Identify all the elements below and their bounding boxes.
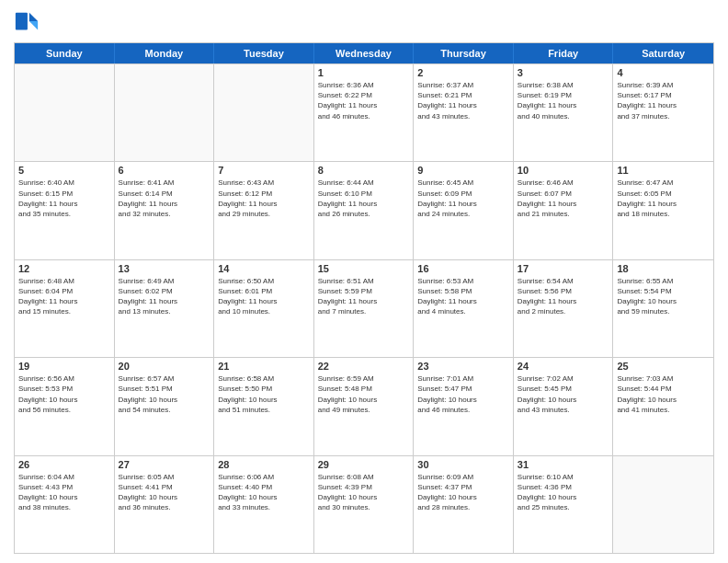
day-number: 20 (119, 361, 210, 372)
day-info: Sunrise: 6:36 AM Sunset: 6:22 PM Dayligh… (318, 80, 410, 121)
day-info: Sunrise: 6:46 AM Sunset: 6:07 PM Dayligh… (518, 178, 609, 219)
day-number: 12 (18, 263, 110, 274)
calendar-day-14: 14Sunrise: 6:50 AM Sunset: 6:01 PM Dayli… (214, 260, 314, 357)
weekday-header-wednesday: Wednesday (314, 43, 415, 63)
day-info: Sunrise: 7:02 AM Sunset: 5:45 PM Dayligh… (518, 373, 609, 415)
day-info: Sunrise: 7:03 AM Sunset: 5:44 PM Dayligh… (617, 373, 710, 415)
calendar-day-10: 10Sunrise: 6:46 AM Sunset: 6:07 PM Dayli… (514, 162, 614, 259)
svg-marker-0 (29, 13, 38, 21)
day-number: 22 (318, 361, 410, 372)
day-number: 27 (119, 459, 210, 470)
day-info: Sunrise: 6:50 AM Sunset: 6:01 PM Dayligh… (218, 276, 310, 317)
day-number: 19 (18, 361, 110, 372)
calendar-day-empty (115, 64, 215, 161)
calendar-day-empty (214, 64, 314, 161)
day-info: Sunrise: 6:44 AM Sunset: 6:10 PM Dayligh… (318, 178, 410, 219)
weekday-header-saturday: Saturday (613, 43, 713, 63)
day-info: Sunrise: 6:43 AM Sunset: 6:12 PM Dayligh… (218, 178, 310, 219)
day-number: 15 (318, 263, 410, 274)
weekday-header-tuesday: Tuesday (214, 43, 314, 63)
svg-rect-2 (16, 13, 28, 30)
day-number: 10 (518, 165, 609, 176)
calendar-day-1: 1Sunrise: 6:36 AM Sunset: 6:22 PM Daylig… (314, 64, 415, 161)
day-info: Sunrise: 6:56 AM Sunset: 5:53 PM Dayligh… (18, 373, 110, 415)
logo-icon (14, 9, 40, 35)
day-info: Sunrise: 7:01 AM Sunset: 5:47 PM Dayligh… (417, 373, 509, 415)
weekday-header-sunday: Sunday (15, 43, 115, 63)
day-info: Sunrise: 6:51 AM Sunset: 5:59 PM Dayligh… (318, 276, 410, 317)
day-number: 25 (617, 361, 710, 372)
day-number: 18 (617, 263, 710, 274)
day-info: Sunrise: 6:59 AM Sunset: 5:48 PM Dayligh… (318, 373, 410, 415)
day-number: 14 (218, 263, 310, 274)
day-number: 6 (119, 165, 210, 176)
calendar-week-3: 12Sunrise: 6:48 AM Sunset: 6:04 PM Dayli… (15, 259, 713, 357)
day-info: Sunrise: 6:45 AM Sunset: 6:09 PM Dayligh… (417, 178, 509, 219)
day-number: 29 (318, 459, 410, 470)
calendar-body: 1Sunrise: 6:36 AM Sunset: 6:22 PM Daylig… (15, 63, 713, 553)
calendar-week-2: 5Sunrise: 6:40 AM Sunset: 6:15 PM Daylig… (15, 161, 713, 259)
calendar-day-empty (15, 64, 115, 161)
calendar-day-9: 9Sunrise: 6:45 AM Sunset: 6:09 PM Daylig… (414, 162, 514, 259)
calendar-week-5: 26Sunrise: 6:04 AM Sunset: 4:43 PM Dayli… (15, 455, 713, 553)
day-info: Sunrise: 6:57 AM Sunset: 5:51 PM Dayligh… (119, 373, 210, 415)
day-number: 28 (218, 459, 310, 470)
day-info: Sunrise: 6:08 AM Sunset: 4:39 PM Dayligh… (318, 472, 410, 513)
day-number: 9 (417, 165, 509, 176)
day-number: 3 (518, 67, 609, 78)
day-number: 2 (417, 67, 509, 78)
calendar-day-12: 12Sunrise: 6:48 AM Sunset: 6:04 PM Dayli… (15, 260, 115, 357)
calendar-week-4: 19Sunrise: 6:56 AM Sunset: 5:53 PM Dayli… (15, 357, 713, 454)
calendar-day-8: 8Sunrise: 6:44 AM Sunset: 6:10 PM Daylig… (314, 162, 415, 259)
day-info: Sunrise: 6:37 AM Sunset: 6:21 PM Dayligh… (417, 80, 509, 121)
calendar-day-18: 18Sunrise: 6:55 AM Sunset: 5:54 PM Dayli… (613, 260, 713, 357)
day-info: Sunrise: 6:41 AM Sunset: 6:14 PM Dayligh… (119, 178, 210, 219)
calendar-day-7: 7Sunrise: 6:43 AM Sunset: 6:12 PM Daylig… (214, 162, 314, 259)
day-number: 23 (417, 361, 509, 372)
day-info: Sunrise: 6:38 AM Sunset: 6:19 PM Dayligh… (518, 80, 609, 121)
calendar-day-16: 16Sunrise: 6:53 AM Sunset: 5:58 PM Dayli… (414, 260, 514, 357)
calendar-day-22: 22Sunrise: 6:59 AM Sunset: 5:48 PM Dayli… (314, 358, 415, 454)
day-number: 8 (318, 165, 410, 176)
logo (14, 9, 43, 35)
day-number: 21 (218, 361, 310, 372)
calendar-day-30: 30Sunrise: 6:09 AM Sunset: 4:37 PM Dayli… (414, 456, 514, 553)
day-info: Sunrise: 6:06 AM Sunset: 4:40 PM Dayligh… (218, 472, 310, 513)
day-info: Sunrise: 6:47 AM Sunset: 6:05 PM Dayligh… (617, 178, 710, 219)
calendar-day-31: 31Sunrise: 6:10 AM Sunset: 4:36 PM Dayli… (514, 456, 614, 553)
calendar-day-20: 20Sunrise: 6:57 AM Sunset: 5:51 PM Dayli… (115, 358, 215, 454)
calendar-day-24: 24Sunrise: 7:02 AM Sunset: 5:45 PM Dayli… (514, 358, 614, 454)
day-number: 4 (617, 67, 710, 78)
day-number: 26 (18, 459, 110, 470)
day-number: 31 (518, 459, 609, 470)
calendar-day-29: 29Sunrise: 6:08 AM Sunset: 4:39 PM Dayli… (314, 456, 415, 553)
calendar-day-23: 23Sunrise: 7:01 AM Sunset: 5:47 PM Dayli… (414, 358, 514, 454)
day-info: Sunrise: 6:49 AM Sunset: 6:02 PM Dayligh… (119, 276, 210, 317)
page: SundayMondayTuesdayWednesdayThursdayFrid… (0, 0, 728, 563)
day-info: Sunrise: 6:40 AM Sunset: 6:15 PM Dayligh… (18, 178, 110, 219)
day-number: 17 (518, 263, 609, 274)
weekday-header-thursday: Thursday (414, 43, 514, 63)
day-number: 30 (417, 459, 509, 470)
calendar-day-13: 13Sunrise: 6:49 AM Sunset: 6:02 PM Dayli… (115, 260, 215, 357)
calendar-day-empty (613, 456, 713, 553)
day-number: 5 (18, 165, 110, 176)
calendar-day-4: 4Sunrise: 6:39 AM Sunset: 6:17 PM Daylig… (613, 64, 713, 161)
weekday-header-friday: Friday (514, 43, 614, 63)
day-info: Sunrise: 6:10 AM Sunset: 4:36 PM Dayligh… (518, 472, 609, 513)
calendar-day-5: 5Sunrise: 6:40 AM Sunset: 6:15 PM Daylig… (15, 162, 115, 259)
calendar: SundayMondayTuesdayWednesdayThursdayFrid… (14, 42, 714, 554)
weekday-header-monday: Monday (115, 43, 215, 63)
calendar-day-26: 26Sunrise: 6:04 AM Sunset: 4:43 PM Dayli… (15, 456, 115, 553)
calendar-day-11: 11Sunrise: 6:47 AM Sunset: 6:05 PM Dayli… (613, 162, 713, 259)
day-number: 1 (318, 67, 410, 78)
day-info: Sunrise: 6:53 AM Sunset: 5:58 PM Dayligh… (417, 276, 509, 317)
day-info: Sunrise: 6:05 AM Sunset: 4:41 PM Dayligh… (119, 472, 210, 513)
calendar-day-6: 6Sunrise: 6:41 AM Sunset: 6:14 PM Daylig… (115, 162, 215, 259)
calendar-day-25: 25Sunrise: 7:03 AM Sunset: 5:44 PM Dayli… (613, 358, 713, 454)
calendar-day-21: 21Sunrise: 6:58 AM Sunset: 5:50 PM Dayli… (214, 358, 314, 454)
day-info: Sunrise: 6:48 AM Sunset: 6:04 PM Dayligh… (18, 276, 110, 317)
day-number: 24 (518, 361, 609, 372)
calendar-day-28: 28Sunrise: 6:06 AM Sunset: 4:40 PM Dayli… (214, 456, 314, 553)
day-number: 13 (119, 263, 210, 274)
